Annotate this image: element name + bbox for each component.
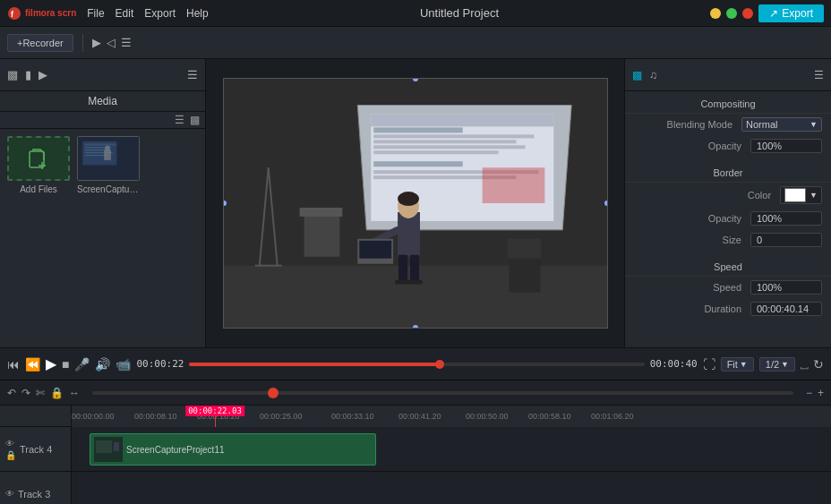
cursor-tool-icon[interactable]: ▶: [92, 36, 101, 49]
timeline-time-bar: 00:00:00.00 00:00:08.10 00:00:16.20 00:0…: [72, 406, 831, 427]
volume-icon[interactable]: 🔊: [95, 357, 110, 372]
minimize-button[interactable]: [710, 8, 721, 19]
speed-label: Speed: [634, 282, 741, 293]
border-size-value[interactable]: 0: [750, 233, 822, 247]
handle-top-left[interactable]: [223, 78, 230, 85]
camera-icon[interactable]: 📹: [116, 357, 131, 372]
svg-rect-26: [373, 150, 498, 154]
cut-button[interactable]: ✄: [36, 387, 45, 399]
grid-view-icon[interactable]: ▩: [190, 114, 200, 126]
crop-icon[interactable]: ⎵: [801, 357, 808, 372]
media-item-screencapture[interactable]: ScreenCapturePr...: [77, 136, 140, 340]
menu-edit[interactable]: Edit: [116, 7, 134, 20]
track-4-clip-thumb: [94, 437, 123, 462]
pointer-tool-icon[interactable]: ◁: [107, 36, 116, 49]
handle-top-right[interactable]: [601, 78, 608, 85]
right-tab-audio-icon[interactable]: ♫: [649, 69, 657, 81]
svg-rect-33: [398, 212, 420, 257]
border-opacity-value[interactable]: 100%: [750, 211, 822, 226]
svg-rect-38: [410, 255, 419, 282]
track-3-label: 👁 Track 3: [0, 472, 72, 504]
add-files-label: Add Files: [20, 184, 57, 194]
time-mark-5: 00:00:41.20: [398, 412, 441, 421]
close-button[interactable]: [742, 8, 753, 19]
step-back-button[interactable]: ⏪: [25, 357, 40, 372]
menu-file[interactable]: File: [87, 7, 104, 20]
go-to-start-button[interactable]: ⏮: [7, 357, 20, 372]
ratio-dropdown[interactable]: 1/2 ▼: [759, 357, 795, 372]
progress-thumb[interactable]: [435, 360, 444, 369]
titlebar-right: ↗ Export: [710, 4, 824, 22]
tab-screen[interactable]: ▮: [25, 68, 31, 81]
handle-bottom-mid[interactable]: [413, 325, 418, 329]
timeline-cursor[interactable]: 00:00:22.03: [215, 406, 216, 427]
blending-mode-dropdown[interactable]: Normal ▼: [741, 117, 822, 132]
speed-value[interactable]: 100%: [750, 280, 822, 295]
microphone-icon[interactable]: 🎤: [74, 357, 90, 372]
svg-rect-49: [96, 440, 112, 453]
right-panel-menu-icon[interactable]: ☰: [814, 69, 824, 81]
undo-button[interactable]: ↶: [7, 387, 16, 399]
border-opacity-label: Opacity: [634, 213, 741, 224]
menu-export[interactable]: Export: [144, 7, 176, 20]
menu-help[interactable]: Help: [186, 7, 209, 20]
svg-rect-44: [507, 239, 541, 259]
screencapture-label: ScreenCapturePr...: [77, 184, 140, 194]
tab-cursor[interactable]: ▶: [39, 68, 47, 81]
redo-button[interactable]: ↷: [21, 387, 30, 399]
time-mark-3: 00:00:25.00: [260, 412, 303, 421]
track-4-clip[interactable]: ScreenCaptureProject11: [90, 433, 376, 466]
opacity-row: Opacity 100%: [625, 135, 831, 157]
media-grid: Add Files: [0, 129, 205, 347]
zoom-out-button[interactable]: −: [806, 387, 812, 399]
border-color-label: Color: [634, 190, 771, 201]
left-panel: ▩ ▮ ▶ ☰ Media ☰ ▩ Add Fil: [0, 59, 206, 347]
panel-menu-icon[interactable]: ☰: [187, 68, 198, 81]
track-3-name: Track 3: [18, 489, 50, 500]
fit-chevron-icon: ▼: [740, 360, 748, 369]
track-4: 👁 🔒 Track 4 ScreenCaptureProject11: [0, 427, 831, 472]
timeline-ruler-spacer: [0, 406, 72, 427]
handle-right-mid[interactable]: [604, 201, 608, 206]
menu-icon[interactable]: ☰: [121, 36, 132, 49]
track-4-eye-icon[interactable]: 👁: [5, 439, 16, 448]
end-time-display: 00:00:40: [650, 358, 698, 370]
timeline-zoom-bar[interactable]: [92, 391, 793, 395]
time-mark-0: 00:00:00.00: [72, 412, 115, 421]
tab-media[interactable]: ▩: [7, 68, 18, 81]
svg-rect-27: [373, 161, 463, 167]
export-button[interactable]: ↗ Export: [758, 4, 824, 22]
add-files-icon[interactable]: [7, 136, 70, 181]
duration-value[interactable]: 00:00:40.14: [750, 302, 822, 316]
lock-button[interactable]: 🔒: [50, 387, 64, 399]
window-title: Untitled Project: [420, 6, 499, 20]
timeline-zoom-thumb[interactable]: [268, 388, 278, 398]
fullscreen-icon[interactable]: ⛶: [703, 357, 715, 372]
border-section: Border Color ▼ Opacity 100% Size 0: [625, 160, 831, 254]
fit-dropdown[interactable]: Fit ▼: [721, 357, 754, 372]
duration-label: Duration: [634, 303, 741, 314]
speed-title: Speed: [625, 258, 831, 277]
rotate-icon[interactable]: ↻: [813, 357, 824, 372]
list-view-icon[interactable]: ☰: [175, 114, 184, 126]
playback-progress-bar[interactable]: [189, 363, 644, 366]
play-button[interactable]: ▶: [46, 355, 56, 372]
fit-timeline-button[interactable]: ↔: [69, 387, 80, 399]
right-tab-video-icon[interactable]: ▩: [632, 69, 642, 81]
maximize-button[interactable]: [726, 8, 737, 19]
handle-bottom-left[interactable]: [223, 321, 230, 329]
stop-button[interactable]: ■: [62, 357, 69, 372]
svg-rect-50: [114, 442, 119, 451]
opacity-value[interactable]: 100%: [750, 139, 822, 153]
handle-bottom-right[interactable]: [601, 321, 608, 329]
recorder-button[interactable]: +Recorder: [7, 34, 73, 52]
add-track-button[interactable]: +: [818, 387, 824, 399]
border-color-picker[interactable]: ▼: [780, 186, 822, 204]
ratio-chevron-icon: ▼: [781, 360, 789, 369]
add-files-item[interactable]: Add Files: [7, 136, 70, 340]
track-3-eye-icon[interactable]: 👁: [5, 489, 14, 499]
svg-rect-31: [304, 212, 339, 257]
track-4-lock-icon[interactable]: 🔒: [5, 450, 16, 460]
app-name: filmora scrn: [25, 8, 76, 18]
left-panel-tabs: ▩ ▮ ▶ ☰: [0, 59, 205, 91]
